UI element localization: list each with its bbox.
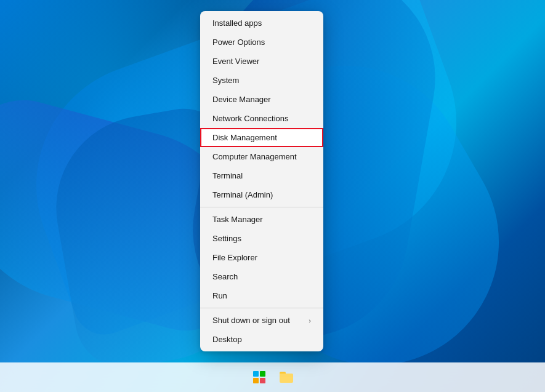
- menu-item-label: Computer Management: [212, 152, 297, 161]
- menu-item-run[interactable]: Run: [200, 286, 323, 305]
- menu-item-search[interactable]: Search: [200, 267, 323, 286]
- submenu-arrow-icon: ›: [309, 317, 311, 324]
- menu-item-terminal-admin[interactable]: Terminal (Admin): [200, 185, 323, 204]
- windows-logo-icon: [253, 371, 265, 383]
- menu-item-label: Device Manager: [212, 95, 271, 104]
- menu-item-device-manager[interactable]: Device Manager: [200, 90, 323, 109]
- menu-item-computer-management[interactable]: Computer Management: [200, 147, 323, 166]
- menu-item-label: Disk Management: [212, 133, 277, 142]
- menu-item-disk-management[interactable]: Disk Management: [200, 128, 323, 147]
- menu-item-label: Task Manager: [212, 215, 263, 224]
- menu-item-desktop[interactable]: Desktop: [200, 330, 323, 349]
- menu-item-label: Shut down or sign out: [212, 316, 290, 325]
- menu-item-label: Terminal: [212, 171, 243, 180]
- menu-item-label: System: [212, 76, 239, 85]
- menu-item-label: Event Viewer: [212, 57, 259, 66]
- file-explorer-button[interactable]: [275, 366, 297, 388]
- folder-icon: [280, 372, 293, 383]
- menu-item-label: Network Connections: [212, 114, 289, 123]
- menu-item-installed-apps[interactable]: Installed apps: [200, 14, 323, 33]
- menu-item-power-options[interactable]: Power Options: [200, 33, 323, 52]
- menu-item-label: Desktop: [212, 335, 242, 344]
- menu-item-shut-down-sign-out[interactable]: Shut down or sign out›: [200, 311, 323, 330]
- menu-item-label: Power Options: [212, 38, 265, 47]
- menu-item-task-manager[interactable]: Task Manager: [200, 210, 323, 229]
- start-button[interactable]: [248, 366, 270, 388]
- menu-item-label: Terminal (Admin): [212, 190, 273, 199]
- menu-separator: [200, 308, 323, 308]
- menu-item-label: Search: [212, 272, 238, 281]
- menu-item-label: File Explorer: [212, 253, 257, 262]
- menu-item-terminal[interactable]: Terminal: [200, 166, 323, 185]
- menu-item-label: Settings: [212, 234, 241, 243]
- menu-item-label: Installed apps: [212, 18, 262, 28]
- menu-separator: [200, 207, 323, 207]
- taskbar: [0, 362, 545, 392]
- menu-item-label: Run: [212, 291, 227, 300]
- menu-item-system[interactable]: System: [200, 71, 323, 90]
- menu-item-file-explorer[interactable]: File Explorer: [200, 248, 323, 267]
- menu-item-settings[interactable]: Settings: [200, 229, 323, 248]
- menu-item-network-connections[interactable]: Network Connections: [200, 109, 323, 128]
- menu-item-event-viewer[interactable]: Event Viewer: [200, 52, 323, 71]
- context-menu: Installed appsPower OptionsEvent ViewerS…: [200, 11, 323, 351]
